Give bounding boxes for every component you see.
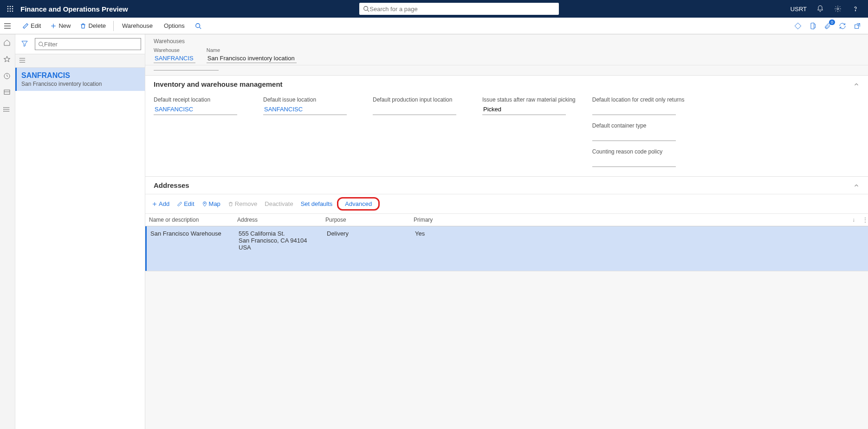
default-container-label: Default container type [592,122,685,129]
svg-point-27 [4,107,4,108]
modules-icon[interactable] [3,106,12,114]
col-name[interactable]: Name or description [145,214,233,226]
default-container-input[interactable] [592,130,676,141]
diamond-icon[interactable] [794,22,802,30]
warehouse-value[interactable]: SANFRANCIS [154,54,195,63]
default-receipt-input[interactable] [154,104,237,115]
list-item-code: SANFRANCIS [21,71,140,80]
gear-icon[interactable] [834,5,842,13]
address-row[interactable]: San Francisco Warehouse 555 California S… [145,226,868,271]
options-tab[interactable]: Options [158,22,190,29]
cell-address: 555 California St. San Francisco, CA 941… [235,226,323,271]
svg-point-30 [39,42,43,45]
addr-advanced-button[interactable]: Advanced [345,200,372,207]
svg-line-19 [199,27,201,29]
svg-line-31 [42,45,44,46]
attachment-icon[interactable]: 0 [823,22,832,30]
col-primary[interactable]: Primary↓ [410,214,859,226]
issue-status-input[interactable] [482,104,566,115]
action-bar: Edit New Delete Warehouse Options 0 [0,18,868,34]
nav-rail [0,34,15,429]
chevron-up-icon[interactable] [853,81,860,88]
addr-map-button[interactable]: Map [202,200,220,207]
popout-icon[interactable] [853,22,862,30]
svg-point-4 [10,8,11,10]
workspace-icon[interactable] [3,89,12,97]
user-label[interactable]: USRT [790,6,807,13]
edit-button[interactable]: Edit [18,18,45,34]
svg-line-10 [368,10,369,12]
global-search[interactable] [359,3,559,15]
bell-icon[interactable] [816,5,824,13]
addr-remove-button: Remove [228,200,257,207]
svg-point-7 [10,11,11,12]
edit-label: Edit [31,22,41,29]
breadcrumb: Warehouses [154,38,860,45]
main-content: Warehouses Warehouse SANFRANCIS Name San… [145,34,868,429]
advanced-highlight: Advanced [337,197,380,211]
svg-point-37 [204,203,205,204]
addresses-title: Addresses [154,181,853,189]
svg-point-5 [12,8,13,10]
app-title: Finance and Operations Preview [20,5,128,13]
list-item-sanfrancis[interactable]: SANFRANCIS San Francisco inventory locat… [15,68,145,91]
section-inventory: Inventory and warehouse management Defau… [145,75,868,177]
hamburger-icon[interactable] [4,23,13,29]
address-table: Name or description Address Purpose Prim… [145,214,868,271]
help-icon[interactable] [851,5,860,13]
name-value[interactable]: San Francisco inventory location [207,54,297,63]
funnel-icon[interactable] [21,40,29,48]
list-item-name: San Francisco inventory location [21,81,140,87]
counting-reason-label: Counting reason code policy [592,148,685,155]
sort-down-icon: ↓ [852,217,855,223]
delete-button[interactable]: Delete [75,18,110,34]
filter-input[interactable] [44,41,138,48]
addr-edit-button[interactable]: Edit [177,200,194,207]
attachment-count: 0 [829,19,835,25]
default-prod-input[interactable] [373,104,456,115]
addr-add-button[interactable]: Add [152,200,169,207]
svg-point-29 [4,111,4,111]
star-icon[interactable] [3,56,12,64]
global-search-input[interactable] [369,6,555,13]
counting-reason-input[interactable] [592,156,676,167]
addr-setdefaults-button[interactable]: Set defaults [301,200,333,207]
issue-status-label: Issue status after raw material picking [482,96,576,103]
svg-point-9 [364,6,368,11]
new-button[interactable]: New [45,18,75,34]
name-label: Name [207,47,297,53]
chevron-up-icon[interactable] [853,182,860,189]
col-purpose[interactable]: Purpose [322,214,410,226]
refresh-icon[interactable] [838,22,847,30]
warehouse-tab[interactable]: Warehouse [117,22,158,29]
default-issue-input[interactable] [263,104,347,115]
svg-point-3 [7,8,9,10]
new-label: New [58,22,71,29]
col-address[interactable]: Address [233,214,322,226]
inventory-section-title: Inventory and warehouse management [154,80,853,88]
svg-point-0 [7,6,9,7]
svg-point-28 [4,109,4,109]
filter-box[interactable] [35,38,141,50]
list-pane: SANFRANCIS San Francisco inventory locat… [15,34,145,429]
top-navbar: Finance and Operations Preview USRT [0,0,868,18]
section-addresses: Addresses Add Edit Map Remove [145,177,868,271]
addresses-toolbar: Add Edit Map Remove Deactivate Set defau… [145,194,868,214]
svg-point-2 [12,6,13,7]
recent-icon[interactable] [3,72,12,81]
default-credit-input[interactable] [592,104,676,115]
cell-name: San Francisco Warehouse [147,226,235,271]
svg-point-8 [12,11,13,12]
addr-deactivate-button: Deactivate [265,200,293,207]
decorative-line [154,70,219,70]
office-icon[interactable] [809,22,817,30]
home-icon[interactable] [3,39,12,47]
column-options-icon[interactable]: ⋮ [859,214,868,226]
delete-label: Delete [88,22,106,29]
list-lines-icon[interactable] [19,57,26,64]
default-issue-label: Default issue location [263,96,356,103]
cell-purpose: Delivery [323,226,411,271]
svg-point-6 [7,11,9,12]
waffle-icon[interactable] [4,2,17,15]
action-search-icon[interactable] [190,18,206,34]
